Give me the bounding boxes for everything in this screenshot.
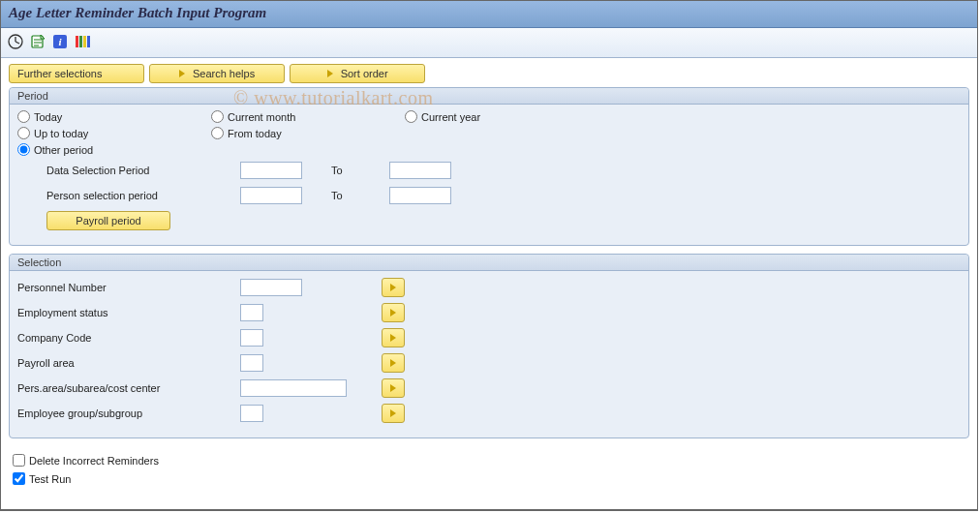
radio-today-input[interactable] [17,110,30,123]
selection-row-company_code: Company Code [17,327,961,348]
arrow-right-icon [179,70,185,77]
selection-row-pers_area: Pers.area/subarea/cost center [17,377,961,399]
data-selection-period-row: Data Selection Period To [46,160,961,181]
to-label: To [302,165,389,176]
execute-print-icon[interactable] [29,33,46,50]
pers_area-more-button[interactable] [382,378,405,398]
payroll_area-input[interactable] [240,354,263,372]
color-legend-icon[interactable] [74,33,91,50]
selection-group-title: Selection [10,255,968,271]
arrow-right-icon [390,309,396,317]
pers_area-label: Pers.area/subarea/cost center [17,382,240,394]
svg-rect-7 [79,36,82,47]
further-selections-button[interactable]: Further selections [9,64,144,83]
data-selection-to-input[interactable] [389,162,451,179]
emp_group-label: Employee group/subgroup [17,407,240,419]
test-run-checkbox-input[interactable] [13,472,25,485]
svg-rect-6 [76,36,78,47]
window-titlebar: Age Letter Reminder Batch Input Program [1,1,977,28]
arrow-right-icon [390,409,396,417]
selection-row-personnel_number: Personnel Number [17,277,961,298]
person-selection-period-label: Person selection period [46,190,240,201]
data-selection-period-label: Data Selection Period [46,165,240,176]
page-title: Age Letter Reminder Batch Input Program [9,5,266,20]
selection-group: Selection Personnel NumberEmployment sta… [9,254,969,438]
employment_status-label: Employment status [17,307,240,318]
execute-icon[interactable] [7,33,24,50]
employment_status-more-button[interactable] [382,303,405,322]
radio-up-to-today[interactable]: Up to today [17,127,211,139]
company_code-more-button[interactable] [382,328,405,347]
to-label-2: To [302,190,389,201]
svg-rect-8 [83,36,86,47]
arrow-right-icon [390,359,396,367]
radio-current-year[interactable]: Current year [405,110,598,123]
radio-current-year-input[interactable] [405,110,417,123]
sort-order-button[interactable]: Sort order [290,64,425,83]
pers_area-input[interactable] [240,379,347,397]
top-button-row: Further selections Search helps Sort ord… [9,64,969,83]
radio-current-month[interactable]: Current month [211,110,405,123]
svg-line-2 [15,42,19,44]
radio-from-today[interactable]: From today [211,127,405,139]
arrow-right-icon [327,70,333,77]
data-selection-from-input[interactable] [240,162,302,179]
options-area: Delete Incorrect Reminders Test Run [9,446,969,495]
payroll_area-label: Payroll area [17,357,240,369]
radio-current-month-input[interactable] [211,110,224,123]
company_code-label: Company Code [17,332,240,344]
radio-today[interactable]: Today [17,110,211,123]
personnel_number-more-button[interactable] [382,278,405,297]
test-run-checkbox[interactable]: Test Run [13,472,965,485]
company_code-input[interactable] [240,329,263,347]
selection-row-payroll_area: Payroll area [17,352,961,374]
arrow-right-icon [390,284,396,291]
search-helps-button[interactable]: Search helps [149,64,285,83]
delete-incorrect-checkbox-input[interactable] [13,454,25,467]
arrow-right-icon [390,334,396,342]
personnel_number-label: Personnel Number [17,282,240,293]
employment_status-input[interactable] [240,304,263,321]
emp_group-more-button[interactable] [382,404,405,423]
radio-other-period-input[interactable] [17,143,30,156]
person-selection-period-row: Person selection period To [46,185,961,206]
selection-row-employment_status: Employment status [17,302,961,323]
delete-incorrect-checkbox[interactable]: Delete Incorrect Reminders [13,454,965,467]
person-selection-from-input[interactable] [240,187,302,204]
svg-rect-9 [87,36,90,47]
radio-from-today-input[interactable] [211,127,224,139]
person-selection-to-input[interactable] [389,187,451,204]
payroll_area-more-button[interactable] [382,353,405,373]
radio-up-to-today-input[interactable] [17,127,30,139]
period-group: Period Today Up to today [9,87,969,246]
personnel_number-input[interactable] [240,279,302,296]
emp_group-input[interactable] [240,405,263,422]
app-toolbar: i [1,28,977,58]
payroll-period-button[interactable]: Payroll period [46,211,170,230]
radio-other-period[interactable]: Other period [17,143,211,156]
period-group-title: Period [10,88,968,105]
arrow-right-icon [390,384,396,392]
information-icon[interactable]: i [51,33,69,50]
selection-row-emp_group: Employee group/subgroup [17,403,961,424]
